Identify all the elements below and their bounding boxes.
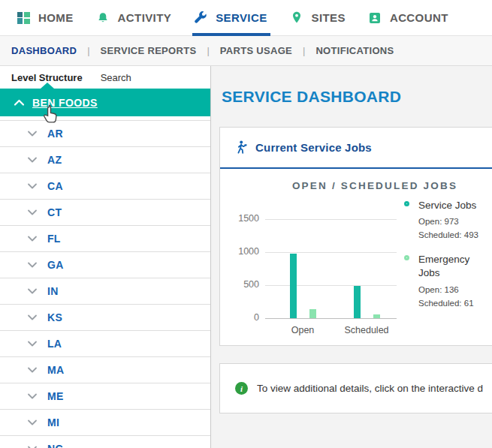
chevron-down-icon[interactable] — [27, 129, 38, 138]
tree-item-label: LA — [47, 338, 62, 350]
legend-series-detail: Open: 973 — [418, 217, 484, 226]
map-pin-icon — [290, 11, 303, 25]
tree-item-in[interactable]: IN — [0, 278, 210, 305]
nav-service[interactable]: SERVICE — [194, 0, 267, 35]
legend-ring-icon — [404, 255, 409, 260]
legend-text-block: Emergency JobsOpen: 136Scheduled: 61 — [418, 253, 484, 307]
subnav-separator: | — [303, 45, 305, 56]
chart-gridline — [265, 252, 397, 253]
tree-item-mi[interactable]: MI — [0, 410, 210, 436]
card-title: Current Service Jobs — [255, 141, 372, 154]
chart-plot-area: OPEN / SCHEDULED JOBS 050010001500OpenSc… — [220, 169, 492, 344]
chevron-down-icon[interactable] — [27, 260, 38, 269]
tree-item-label: KS — [47, 311, 62, 323]
chevron-down-icon[interactable] — [27, 392, 38, 401]
tree-item-label: NC — [47, 443, 63, 448]
nav-sites-label: SITES — [312, 11, 346, 24]
chart-gridline — [265, 285, 397, 286]
subnav-service-reports[interactable]: SERVICE REPORTS — [101, 45, 197, 56]
legend-text-block: Service JobsOpen: 973Scheduled: 493 — [418, 199, 484, 239]
chart-gridline — [265, 219, 397, 220]
subnav-dashboard[interactable]: DASHBOARD — [11, 45, 77, 56]
tree-item-ga[interactable]: GA — [0, 252, 210, 278]
tree-item-label: MA — [47, 364, 64, 376]
subnav-notifications[interactable]: NOTIFICATIONS — [315, 45, 394, 56]
nav-activity-label: ACTIVITY — [118, 11, 172, 24]
chevron-up-icon — [14, 98, 25, 107]
chevron-down-icon[interactable] — [27, 339, 38, 348]
legend-item-service-jobs[interactable]: Service JobsOpen: 973Scheduled: 493 — [404, 199, 492, 239]
tree-item-me[interactable]: ME — [0, 383, 210, 410]
legend-series-name: Emergency Jobs — [418, 253, 484, 280]
technician-walking-icon — [234, 141, 247, 155]
chart-legend: Service JobsOpen: 973Scheduled: 493Emerg… — [404, 199, 492, 308]
info-message-text: To view additional details, click on the… — [257, 383, 483, 394]
bar-emergency-jobs-scheduled[interactable] — [373, 314, 380, 318]
subnav-separator: | — [87, 45, 89, 56]
chevron-down-icon[interactable] — [27, 287, 38, 296]
x-axis-line — [265, 318, 397, 319]
chevron-down-icon[interactable] — [27, 208, 38, 217]
nav-sites[interactable]: SITES — [290, 0, 346, 35]
tree-item-nc[interactable]: NC — [0, 436, 210, 448]
info-message-card: i To view additional details, click on t… — [219, 363, 492, 413]
chevron-down-icon[interactable] — [27, 418, 38, 427]
tree-item-fl[interactable]: FL — [0, 226, 210, 252]
tree-item-label: MI — [47, 416, 59, 428]
nav-service-label: SERVICE — [216, 11, 267, 24]
tree-item-ar[interactable]: AR — [0, 121, 210, 147]
tab-search[interactable]: Search — [101, 72, 131, 83]
top-navigation: HOME ACTIVITY SERVICE SITES ACCOUNT — [0, 0, 492, 36]
legend-series-name: Service Jobs — [418, 199, 484, 212]
nav-account-label: ACCOUNT — [390, 11, 448, 24]
nav-activity[interactable]: ACTIVITY — [96, 0, 172, 35]
nav-home-label: HOME — [38, 11, 74, 24]
tree-item-label: AR — [47, 128, 63, 140]
tree-item-ca[interactable]: CA — [0, 173, 210, 200]
tab-level-structure[interactable]: Level Structure — [11, 72, 83, 83]
legend-series-detail: Scheduled: 493 — [418, 230, 484, 239]
nav-account[interactable]: ACCOUNT — [368, 0, 448, 35]
bar-emergency-jobs-open[interactable] — [309, 309, 316, 318]
current-service-jobs-card: Current Service Jobs OPEN / SCHEDULED JO… — [219, 127, 492, 346]
chevron-down-icon[interactable] — [27, 313, 38, 322]
nav-home[interactable]: HOME — [17, 0, 74, 35]
main-content: SERVICE DASHBOARD Current Service Jobs O… — [211, 66, 492, 448]
y-axis-tick-label: 500 — [220, 279, 259, 290]
chevron-down-icon[interactable] — [27, 155, 38, 164]
wrench-icon — [194, 11, 207, 25]
x-axis-category-label: Open — [269, 325, 337, 335]
legend-item-emergency-jobs[interactable]: Emergency JobsOpen: 136Scheduled: 61 — [404, 253, 492, 307]
level-tree: ARAZCACTFLGAINKSLAMAMEMINC — [0, 120, 210, 448]
chevron-down-icon[interactable] — [27, 234, 38, 243]
tree-item-ks[interactable]: KS — [0, 305, 210, 331]
tree-item-label: GA — [47, 259, 64, 271]
chevron-down-icon[interactable] — [27, 365, 38, 374]
chevron-down-icon[interactable] — [27, 182, 38, 191]
tree-item-label: FL — [47, 233, 61, 245]
y-axis-tick-label: 1000 — [220, 246, 259, 257]
app-window: HOME ACTIVITY SERVICE SITES ACCOUNT — [0, 0, 492, 448]
tree-item-label: ME — [47, 390, 64, 402]
subnav-parts-usage[interactable]: PARTS USAGE — [220, 45, 292, 56]
y-axis-tick-label: 0 — [220, 312, 259, 323]
chevron-down-icon[interactable] — [27, 444, 38, 448]
tree-item-label: CA — [47, 180, 63, 192]
bar-service-jobs-open[interactable] — [290, 254, 297, 318]
active-tab-indicator — [41, 83, 54, 89]
tree-item-label: AZ — [47, 154, 62, 166]
tree-item-la[interactable]: LA — [0, 331, 210, 357]
tree-root-ben-foods[interactable]: BEN FOODS — [0, 89, 210, 116]
home-grid-icon — [17, 11, 30, 25]
tree-item-ma[interactable]: MA — [0, 357, 210, 383]
tree-item-ct[interactable]: CT — [0, 200, 210, 226]
sidebar-tabs: Level Structure Search — [0, 66, 210, 89]
y-axis-tick-label: 1500 — [220, 213, 259, 224]
subnav-separator: | — [207, 45, 209, 56]
tree-root-label: BEN FOODS — [32, 97, 98, 109]
level-structure-sidebar: Level Structure Search BEN FOODS ARAZCAC… — [0, 66, 211, 448]
legend-series-detail: Scheduled: 61 — [418, 299, 484, 308]
page-title: SERVICE DASHBOARD — [222, 88, 492, 106]
tree-item-az[interactable]: AZ — [0, 147, 210, 173]
bar-service-jobs-scheduled[interactable] — [354, 286, 361, 318]
